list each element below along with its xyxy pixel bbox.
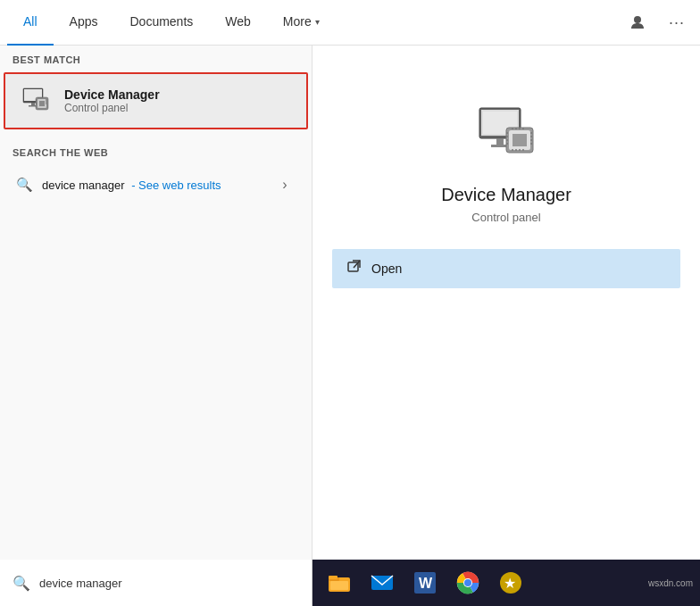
tab-web[interactable]: Web [209, 0, 267, 46]
detail-subtitle: Control panel [471, 211, 540, 224]
top-nav: All Apps Documents Web More ▾ ··· [0, 0, 700, 46]
taskbar-chrome[interactable] [448, 563, 488, 602]
tab-documents-label: Documents [129, 14, 193, 29]
device-manager-result[interactable]: Device Manager Control panel [4, 72, 308, 129]
web-search-label: Search the web [0, 138, 312, 163]
svg-text:★: ★ [504, 576, 516, 591]
web-search-link: - See web results [131, 178, 221, 192]
web-search-query: device manager [42, 178, 125, 192]
search-icon: 🔍 [16, 177, 33, 193]
detail-title: Device Manager [441, 185, 571, 205]
chrome-icon [455, 570, 480, 595]
web-search-section: Search the web 🔍 device manager - See we… [0, 138, 312, 206]
word-icon: W [412, 570, 438, 595]
svg-rect-7 [39, 101, 45, 106]
detail-device-manager-icon [471, 99, 542, 170]
open-icon [346, 259, 362, 278]
svg-rect-45 [329, 576, 338, 579]
watermark: wsxdn.com [648, 578, 700, 588]
svg-rect-3 [31, 103, 35, 105]
ellipsis-icon: ··· [669, 13, 685, 32]
file-explorer-icon [327, 570, 352, 595]
taskbar-word[interactable]: W [405, 563, 445, 602]
tab-more-label: More [283, 14, 312, 29]
person-icon [629, 14, 646, 30]
custom-app-icon: ★ [498, 570, 523, 595]
chevron-down-icon: ▾ [315, 17, 320, 27]
ellipsis-icon-button[interactable]: ··· [661, 6, 693, 38]
tab-all-label: All [23, 14, 38, 29]
web-search-text: device manager - See web results [42, 178, 274, 192]
open-button[interactable]: Open [332, 249, 680, 288]
tab-apps-label: Apps [70, 14, 98, 29]
main-layout: Best match [0, 46, 700, 560]
svg-point-0 [634, 16, 641, 23]
person-icon-button[interactable] [621, 6, 654, 38]
taskbar-apps: W ★ [312, 563, 648, 602]
web-search-item[interactable]: 🔍 device manager - See web results › [4, 165, 308, 204]
taskbar-search-icon: 🔍 [12, 575, 30, 592]
tab-all[interactable]: All [7, 0, 54, 46]
best-match-label: Best match [0, 46, 312, 71]
taskbar-file-explorer[interactable] [320, 563, 359, 602]
device-manager-result-text: Device Manager Control panel [64, 87, 160, 114]
svg-rect-46 [330, 581, 348, 590]
left-panel: Best match [0, 46, 312, 560]
device-manager-icon [18, 83, 54, 119]
taskbar-search[interactable]: 🔍 device manager [0, 560, 312, 606]
tab-web-label: Web [225, 14, 251, 29]
svg-rect-20 [496, 138, 504, 145]
svg-text:W: W [419, 576, 433, 591]
taskbar-mail[interactable] [362, 563, 402, 602]
tab-apps[interactable]: Apps [54, 0, 114, 46]
tab-documents[interactable]: Documents [113, 0, 209, 46]
taskbar-custom-app[interactable]: ★ [491, 563, 530, 602]
result-subtitle: Control panel [64, 102, 160, 114]
right-panel: Device Manager Control panel Open [312, 46, 700, 560]
mail-icon [370, 570, 395, 595]
svg-rect-24 [512, 134, 527, 146]
result-title: Device Manager [64, 87, 160, 102]
open-button-label: Open [371, 261, 402, 276]
taskbar: 🔍 device manager W [0, 560, 700, 606]
taskbar-search-text: device manager [39, 577, 122, 590]
chevron-right-icon: › [274, 174, 296, 195]
svg-line-42 [354, 261, 360, 268]
tab-more[interactable]: More ▾ [267, 0, 336, 46]
svg-point-53 [464, 579, 471, 586]
